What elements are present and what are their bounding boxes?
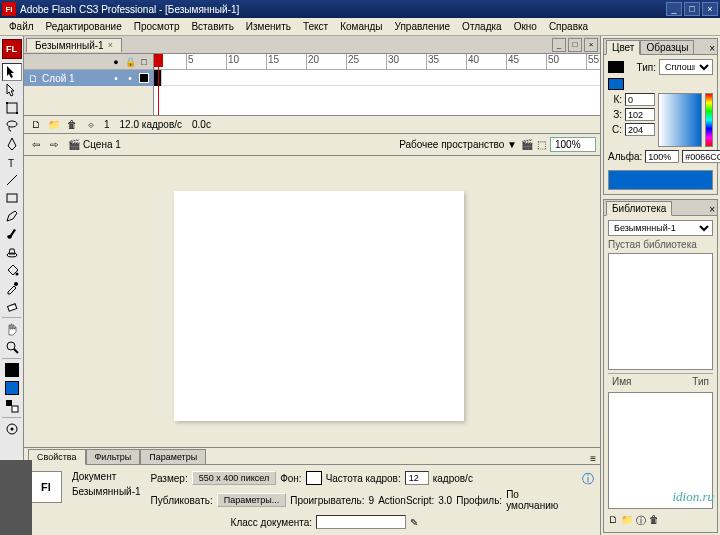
green-input[interactable] (625, 108, 655, 121)
ruler-tick[interactable]: 30 (386, 54, 399, 70)
panel-menu-icon[interactable]: ≡ (590, 453, 596, 464)
menu-debug[interactable]: Отладка (457, 19, 507, 34)
color-picker[interactable] (658, 93, 702, 147)
stroke-color-swatch[interactable] (5, 363, 19, 377)
text-tool[interactable]: T (2, 153, 22, 171)
new-layer-icon[interactable]: 🗋 (28, 118, 44, 132)
fill-swatch-icon[interactable] (608, 78, 624, 90)
paint-bucket-tool[interactable] (2, 261, 22, 279)
library-col-type[interactable]: Тип (692, 376, 709, 387)
menu-text[interactable]: Текст (298, 19, 333, 34)
onion-skin-icon[interactable]: ⟐ (88, 119, 94, 130)
delete-symbol-icon[interactable]: 🗑 (649, 514, 659, 528)
menu-modify[interactable]: Изменить (241, 19, 296, 34)
menu-control[interactable]: Управление (390, 19, 456, 34)
fps-input[interactable] (405, 471, 429, 485)
library-document-select[interactable]: Безымянный-1 (608, 220, 713, 236)
tab-parameters[interactable]: Параметры (140, 449, 206, 465)
hand-tool[interactable] (2, 320, 22, 338)
layer-visibility-header-icon[interactable]: ● (111, 57, 121, 67)
help-icon[interactable]: ⓘ (582, 471, 594, 488)
ruler-tick[interactable]: 25 (346, 54, 359, 70)
library-item-list[interactable] (608, 253, 713, 370)
fill-color-swatch[interactable] (5, 381, 19, 395)
bg-color-swatch[interactable] (306, 471, 322, 485)
menu-help[interactable]: Справка (544, 19, 593, 34)
ruler-tick[interactable]: 20 (306, 54, 319, 70)
fill-type-select[interactable]: Сплошной (659, 59, 713, 75)
blue-input[interactable] (625, 123, 655, 136)
red-input[interactable] (625, 93, 655, 106)
stage-canvas[interactable] (174, 191, 464, 421)
ruler-tick[interactable]: 40 (466, 54, 479, 70)
workspace-dropdown[interactable]: Рабочее пространство ▼ (399, 139, 517, 150)
library-panel-close-icon[interactable]: × (709, 204, 715, 215)
rectangle-tool[interactable] (2, 189, 22, 207)
ruler-tick[interactable]: 45 (506, 54, 519, 70)
tab-library[interactable]: Библиотека (606, 201, 672, 216)
layer-lock-header-icon[interactable]: 🔒 (125, 57, 135, 67)
menu-edit[interactable]: Редактирование (41, 19, 127, 34)
tab-filters[interactable]: Фильтры (86, 449, 141, 465)
publish-button[interactable]: Параметры... (217, 493, 286, 507)
stage-area[interactable] (24, 156, 600, 447)
ruler-tick[interactable]: 5 (186, 54, 194, 70)
stroke-swatch-icon[interactable] (608, 61, 624, 73)
ink-bottle-tool[interactable] (2, 243, 22, 261)
menu-view[interactable]: Просмотр (129, 19, 185, 34)
delete-layer-icon[interactable]: 🗑 (64, 118, 80, 132)
ruler-tick[interactable]: 10 (226, 54, 239, 70)
layer-lock-dot[interactable]: • (125, 73, 135, 84)
eraser-tool[interactable] (2, 297, 22, 315)
playhead[interactable] (158, 54, 159, 115)
color-panel-close-icon[interactable]: × (709, 43, 715, 54)
ruler-tick[interactable]: 50 (546, 54, 559, 70)
swap-colors-icon[interactable] (2, 397, 22, 415)
free-transform-tool[interactable] (2, 99, 22, 117)
frames-area[interactable]: 15101520253035404550556065707580 (154, 54, 600, 115)
ruler-tick[interactable]: 55 (586, 54, 599, 70)
menu-file[interactable]: Файл (4, 19, 39, 34)
layer-outline-color[interactable] (139, 73, 149, 83)
menu-commands[interactable]: Команды (335, 19, 387, 34)
new-symbol-icon[interactable]: 🗋 (608, 514, 618, 528)
menu-window[interactable]: Окно (509, 19, 542, 34)
edit-class-icon[interactable]: ✎ (410, 517, 418, 528)
doc-restore-button[interactable]: □ (568, 38, 582, 52)
edit-scene-icon[interactable]: 🎬 (521, 139, 533, 150)
library-col-name[interactable]: Имя (612, 376, 692, 387)
maximize-button[interactable]: □ (684, 2, 700, 16)
lasso-tool[interactable] (2, 117, 22, 135)
ruler-tick[interactable]: 15 (266, 54, 279, 70)
hex-input[interactable] (682, 150, 720, 163)
new-lib-folder-icon[interactable]: 📁 (621, 514, 633, 528)
alpha-input[interactable] (645, 150, 679, 163)
document-class-input[interactable] (316, 515, 406, 529)
symbol-properties-icon[interactable]: ⓘ (636, 514, 646, 528)
line-tool[interactable] (2, 171, 22, 189)
doc-minimize-button[interactable]: _ (552, 38, 566, 52)
zoom-input[interactable]: 100% (550, 137, 596, 152)
edit-symbol-icon[interactable]: ⬚ (537, 139, 546, 150)
close-button[interactable]: × (702, 2, 718, 16)
menu-insert[interactable]: Вставить (186, 19, 238, 34)
size-button[interactable]: 550 x 400 пиксел (192, 471, 276, 485)
hue-slider[interactable] (705, 93, 713, 147)
pen-tool[interactable] (2, 135, 22, 153)
document-tab[interactable]: Безымянный-1 × (26, 38, 122, 52)
pencil-tool[interactable] (2, 207, 22, 225)
snap-option-icon[interactable] (2, 420, 22, 438)
selection-tool[interactable] (2, 63, 22, 81)
layer-outline-header-icon[interactable]: □ (139, 57, 149, 67)
back-arrow-icon[interactable]: ⇦ (28, 137, 44, 153)
tab-properties[interactable]: Свойства (28, 449, 86, 465)
layer-row[interactable]: 🗋 Слой 1 • • (24, 70, 153, 86)
doc-close-button[interactable]: × (584, 38, 598, 52)
tab-swatches[interactable]: Образцы (640, 40, 694, 55)
brush-tool[interactable] (2, 225, 22, 243)
zoom-tool[interactable] (2, 338, 22, 356)
ruler-tick[interactable]: 35 (426, 54, 439, 70)
layer-visible-dot[interactable]: • (111, 73, 121, 84)
document-tab-close-icon[interactable]: × (108, 40, 113, 50)
scene-breadcrumb[interactable]: 🎬 Сцена 1 (68, 139, 121, 150)
